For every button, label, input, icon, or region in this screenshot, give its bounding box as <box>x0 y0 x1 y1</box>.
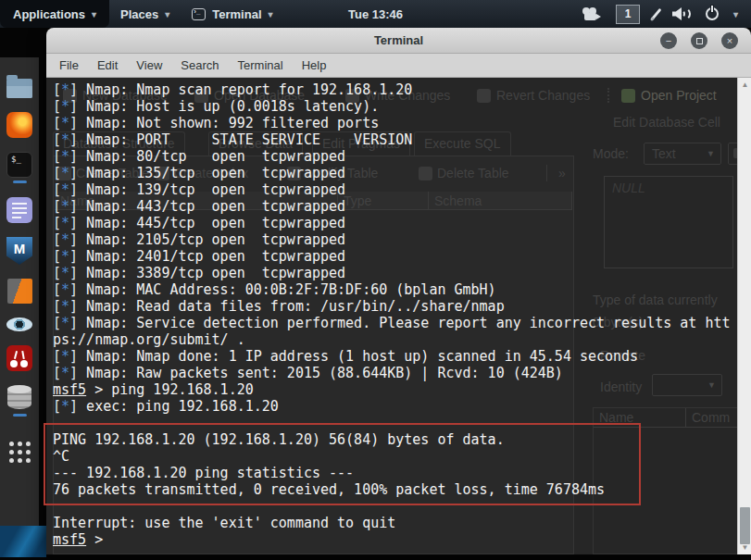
chevron-down-icon: ▾ <box>165 9 169 19</box>
applications-label: Applications <box>13 7 85 21</box>
dock-item-sqlite-browser[interactable] <box>7 385 31 417</box>
terminal-line: [*] Nmap: 80/tcp open tcpwrapped <box>53 148 734 165</box>
maximize-button[interactable] <box>691 32 707 49</box>
running-indicator <box>13 414 27 417</box>
terminal-line: [*] exec: ping 192.168.1.20 <box>53 398 734 415</box>
terminal-line: [*] Nmap: PORT STATE SERVICE VERSION <box>53 131 734 148</box>
menu-view[interactable]: View <box>136 58 162 72</box>
window-title: Terminal <box>374 33 423 47</box>
menu-help[interactable]: Help <box>302 58 327 72</box>
places-menu[interactable]: Places ▾ <box>109 0 181 28</box>
chevron-down-icon: ▾ <box>269 9 273 19</box>
terminal-line: [*] Nmap: Raw packets sent: 2015 (88.644… <box>53 365 734 381</box>
firefox-icon <box>6 112 32 138</box>
places-label: Places <box>120 7 158 21</box>
running-indicator <box>13 180 27 183</box>
dock-item-metasploit[interactable]: M <box>6 237 32 265</box>
terminal-line: [*] Nmap: Nmap scan report for 192.168.1… <box>53 81 734 98</box>
scroll-down-icon[interactable]: ▼ <box>738 543 751 552</box>
close-button[interactable]: × <box>721 32 738 49</box>
annotation-rectangle <box>44 423 641 505</box>
terminal-scrollbar[interactable]: ▲ ▼ <box>737 78 751 554</box>
terminal-line: [*] Nmap: Nmap done: 1 IP address (1 hos… <box>53 348 734 365</box>
menu-edit[interactable]: Edit <box>97 58 118 72</box>
terminal-line: [*] Nmap: 2105/tcp open tcpwrapped <box>53 231 734 248</box>
workspace-indicator[interactable]: 1 <box>616 5 640 24</box>
terminal-icon <box>6 152 32 178</box>
menu-search[interactable]: Search <box>181 58 219 72</box>
applications-menu[interactable]: Applications ▾ <box>0 0 109 28</box>
desktop: Applications ▾ Places ▾ Terminal ▾ Tue 1… <box>0 0 751 560</box>
terminal-line: msf5 > ping 192.168.1.20 <box>53 381 734 398</box>
text-editor-icon <box>6 197 32 223</box>
metasploit-icon: M <box>6 237 32 265</box>
favorites-dock: M <box>0 57 39 526</box>
show-applications-button[interactable] <box>9 430 31 463</box>
dock-item-file-manager[interactable] <box>6 74 32 98</box>
power-icon[interactable] <box>706 7 719 20</box>
cherrytree-icon <box>6 345 32 371</box>
dock-item-cherrytree[interactable] <box>6 345 32 371</box>
active-app-label: Terminal <box>212 7 261 21</box>
desktop-wallpaper <box>0 526 46 557</box>
terminal-line: [*] Nmap: 3389/tcp open tcpwrapped <box>53 265 734 281</box>
brush-icon[interactable] <box>650 7 661 19</box>
minimize-button[interactable]: − <box>660 32 677 49</box>
menu-file[interactable]: File <box>59 58 79 72</box>
terminal-line: [*] Nmap: 443/tcp open tcpwrapped <box>53 198 734 215</box>
dock-item-terminal[interactable] <box>6 152 32 183</box>
burpsuite-icon <box>7 279 32 304</box>
window-titlebar[interactable]: Terminal − × <box>46 28 751 54</box>
maximize-icon <box>696 38 703 44</box>
dock-item-recon[interactable] <box>6 317 32 331</box>
terminal-app-icon <box>192 8 206 20</box>
terminal-line: [*] Nmap: 2401/tcp open tcpwrapped <box>53 248 734 265</box>
dock-item-firefox[interactable] <box>6 112 32 138</box>
chevron-down-icon[interactable]: ▾ <box>733 9 738 19</box>
dock-item-burpsuite[interactable] <box>7 279 32 304</box>
terminal-line: [*] Nmap: 135/tcp open tcpwrapped <box>53 165 734 181</box>
terminal-line: Interrupt: use the 'exit' command to qui… <box>53 515 734 531</box>
terminal-line: [*] Nmap: Host is up (0.0018s latency). <box>53 98 734 115</box>
clock[interactable]: Tue 13:46 <box>348 0 403 28</box>
terminal-line: ps://nmap.org/submit/ . <box>53 331 734 348</box>
terminal-line: [*] Nmap: 139/tcp open tcpwrapped <box>53 181 734 198</box>
terminal-line: [*] Nmap: Service detection performed. P… <box>53 315 734 331</box>
database-icon <box>7 385 31 411</box>
top-bar: Applications ▾ Places ▾ Terminal ▾ Tue 1… <box>0 0 751 28</box>
terminal-line: [*] Nmap: Read data files from: /usr/bin… <box>53 298 734 315</box>
terminal-line: msf5 > <box>53 531 734 548</box>
terminal-line: [*] Nmap: Not shown: 992 filtered ports <box>53 115 734 131</box>
chevron-down-icon: ▾ <box>92 9 96 19</box>
terminal-line: [*] Nmap: 445/tcp open tcpwrapped <box>53 215 734 231</box>
terminal-line: [*] Nmap: MAC Address: 00:0B:2F:7B:DF:60… <box>53 281 734 298</box>
dock-item-text-editor[interactable] <box>6 197 32 223</box>
scroll-up-icon[interactable]: ▲ <box>738 81 751 89</box>
eye-icon <box>6 317 32 331</box>
file-manager-icon <box>6 79 32 98</box>
app-grid-icon <box>9 442 31 463</box>
active-app-menu[interactable]: Terminal ▾ <box>181 0 283 28</box>
screen-record-icon[interactable] <box>582 7 601 20</box>
terminal-menubar: File Edit View Search Terminal Help <box>46 54 751 78</box>
menu-terminal[interactable]: Terminal <box>238 58 283 72</box>
volume-icon[interactable] <box>672 7 691 20</box>
scrollbar-thumb[interactable] <box>740 507 750 544</box>
